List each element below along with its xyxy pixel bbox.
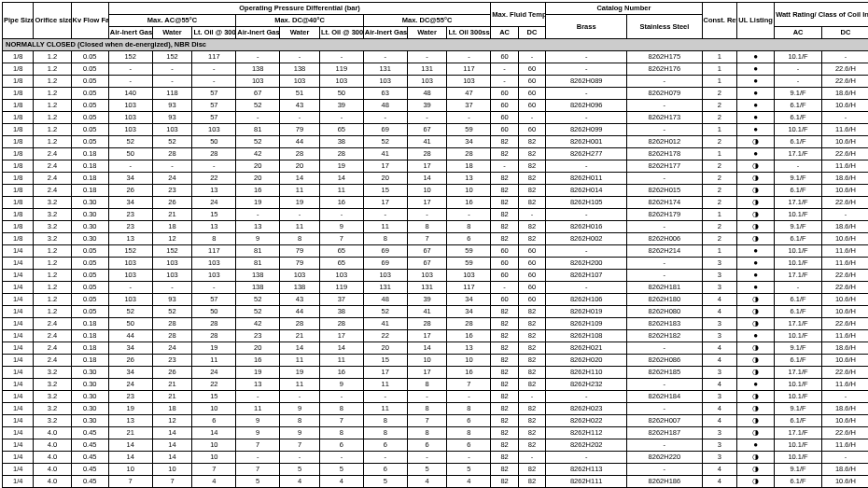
table-cell: 8: [192, 233, 236, 245]
table-cell: -: [236, 452, 280, 464]
table-cell: 4: [702, 476, 736, 488]
table-cell: 4: [702, 294, 736, 306]
table-cell: 10.1/F: [775, 209, 822, 221]
table-cell: 4: [702, 306, 736, 318]
table-cell: 60: [491, 294, 518, 306]
table-cell: -: [546, 452, 627, 464]
table-cell: -: [546, 112, 627, 124]
h-ac: AC: [491, 27, 518, 39]
table-cell: 20: [236, 173, 280, 185]
table-cell: 6: [447, 233, 491, 245]
table-cell: 1/4: [3, 330, 34, 342]
table-cell: 103: [363, 270, 407, 282]
table-cell: [736, 112, 774, 124]
table-cell: [736, 342, 774, 355]
table-cell: [736, 88, 774, 100]
table-cell: 11: [319, 185, 363, 197]
table-cell: 10.1/F: [775, 245, 822, 258]
table-cell: 3.2: [34, 391, 71, 403]
table-cell: 6.1/F: [775, 355, 822, 367]
table-cell: 1/8: [3, 209, 34, 221]
table-cell: 82: [491, 476, 518, 488]
table-cell: 82: [518, 221, 545, 233]
table-cell: 43: [280, 294, 320, 306]
table-cell: 8262H177: [627, 160, 702, 173]
table-cell: 103: [152, 124, 192, 136]
table-cell: 10.1/F: [775, 124, 822, 136]
table-cell: 2: [702, 221, 736, 233]
table-cell: 0.05: [71, 124, 108, 136]
table-cell: 14: [319, 173, 363, 185]
table-cell: 82: [491, 415, 518, 427]
table-cell: 82: [491, 439, 518, 452]
table-cell: 0.18: [71, 330, 108, 342]
table-cell: 82: [491, 403, 518, 415]
table-cell: -: [152, 76, 192, 88]
table-cell: 82: [491, 330, 518, 342]
table-cell: 93: [152, 100, 192, 112]
table-cell: [736, 427, 774, 439]
table-cell: 5: [407, 464, 447, 476]
table-cell: -: [280, 209, 320, 221]
table-cell: 28: [447, 148, 491, 160]
table-cell: 17.1/F: [775, 148, 822, 160]
table-cell: 8: [363, 233, 407, 245]
table-cell: 11.6/H: [822, 124, 869, 136]
h-water2: Water: [280, 27, 320, 39]
ul-listing-icon: [752, 198, 759, 206]
table-cell: 51: [280, 88, 320, 100]
table-cell: -: [363, 452, 407, 464]
table-cell: 12: [152, 415, 192, 427]
table-cell: -: [447, 209, 491, 221]
table-cell: 22.6/H: [822, 197, 869, 209]
table-cell: 82: [518, 136, 545, 148]
table-cell: 11: [280, 355, 320, 367]
table-cell: -: [627, 258, 702, 270]
table-cell: 103: [363, 76, 407, 88]
h-ul: UL Listing: [736, 3, 774, 39]
table-cell: 22: [363, 330, 407, 342]
table-cell: 1/8: [3, 124, 34, 136]
table-cell: 28: [192, 318, 236, 330]
table-cell: 8262H001: [546, 136, 627, 148]
table-cell: 0.05: [71, 51, 108, 63]
table-cell: 152: [108, 245, 152, 258]
table-cell: 3.2: [34, 197, 71, 209]
table-cell: 8262H112: [546, 427, 627, 439]
table-cell: 17.1/F: [775, 318, 822, 330]
table-cell: 0.05: [71, 294, 108, 306]
table-cell: 82: [491, 318, 518, 330]
h-ss: Stainless Steel: [627, 15, 702, 39]
table-cell: 1/4: [3, 270, 34, 282]
table-cell: 16: [236, 355, 280, 367]
table-cell: 6: [407, 439, 447, 452]
table-cell: 4: [407, 476, 447, 488]
table-cell: 6.1/F: [775, 415, 822, 427]
table-cell: 16: [319, 367, 363, 379]
table-cell: 103: [108, 124, 152, 136]
table-cell: 52: [152, 306, 192, 318]
table-cell: 10.6/H: [822, 415, 869, 427]
table-cell: 11: [363, 403, 407, 415]
table-cell: 60: [518, 245, 545, 258]
table-cell: 2.4: [34, 185, 71, 197]
table-cell: 28: [192, 330, 236, 342]
table-cell: 10.6/H: [822, 476, 869, 488]
table-cell: 8262H106: [546, 294, 627, 306]
table-cell: 0.45: [71, 439, 108, 452]
table-cell: 1.2: [34, 245, 71, 258]
table-cell: 1.2: [34, 270, 71, 282]
table-cell: 6.1/F: [775, 233, 822, 245]
table-cell: 93: [152, 112, 192, 124]
table-cell: 11: [280, 379, 320, 391]
table-cell: 18.6/H: [822, 342, 869, 355]
table-cell: 15: [192, 391, 236, 403]
h-watt: Watt Rating/ Class of Coil Insulation: [775, 3, 868, 27]
table-cell: 8262H176: [627, 63, 702, 76]
table-cell: 28: [319, 148, 363, 160]
table-cell: 7: [152, 476, 192, 488]
table-cell: 8: [319, 403, 363, 415]
table-cell: 20: [363, 173, 407, 185]
table-cell: 10: [192, 439, 236, 452]
table-cell: 34: [447, 294, 491, 306]
